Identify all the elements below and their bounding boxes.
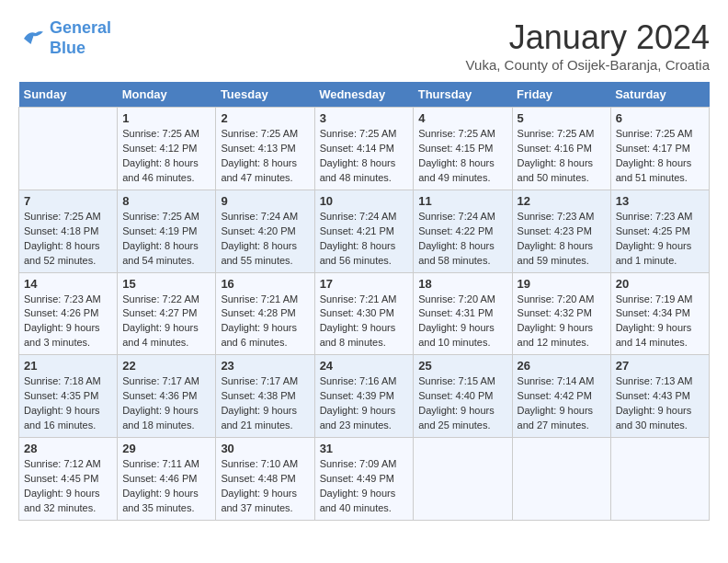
calendar-cell: 20Sunrise: 7:19 AMSunset: 4:34 PMDayligh… — [610, 272, 709, 355]
title-area: January 2024 Vuka, County of Osijek-Bara… — [466, 18, 710, 73]
day-number: 22 — [122, 359, 210, 373]
day-number: 12 — [518, 194, 606, 208]
day-number: 10 — [320, 194, 409, 208]
day-number: 13 — [616, 194, 704, 208]
calendar-cell: 1Sunrise: 7:25 AMSunset: 4:12 PMDaylight… — [118, 108, 216, 190]
calendar-cell: 5Sunrise: 7:25 AMSunset: 4:16 PMDaylight… — [512, 108, 610, 190]
page-header: General Blue January 2024 Vuka, County o… — [18, 18, 710, 73]
day-number: 27 — [616, 359, 704, 373]
logo-line1: General — [50, 18, 111, 37]
day-number: 17 — [320, 277, 409, 291]
day-info: Sunrise: 7:25 AMSunset: 4:13 PMDaylight:… — [221, 127, 309, 186]
calendar-cell — [414, 438, 512, 521]
day-info: Sunrise: 7:15 AMSunset: 4:40 PMDaylight:… — [418, 374, 506, 433]
calendar-week-row: 14Sunrise: 7:23 AMSunset: 4:26 PMDayligh… — [19, 272, 710, 355]
day-number: 2 — [221, 111, 309, 125]
calendar-table: SundayMondayTuesdayWednesdayThursdayFrid… — [18, 82, 710, 521]
day-number: 16 — [221, 277, 309, 291]
day-number: 31 — [320, 442, 409, 455]
weekday-header-tuesday: Tuesday — [216, 82, 314, 108]
calendar-cell: 4Sunrise: 7:25 AMSunset: 4:15 PMDaylight… — [414, 108, 512, 190]
day-number: 5 — [518, 111, 606, 125]
weekday-header-row: SundayMondayTuesdayWednesdayThursdayFrid… — [19, 82, 710, 108]
calendar-cell: 17Sunrise: 7:21 AMSunset: 4:30 PMDayligh… — [314, 272, 414, 355]
day-number: 18 — [418, 277, 506, 291]
calendar-cell: 19Sunrise: 7:20 AMSunset: 4:32 PMDayligh… — [512, 272, 610, 355]
calendar-week-row: 21Sunrise: 7:18 AMSunset: 4:35 PMDayligh… — [19, 355, 710, 438]
day-info: Sunrise: 7:17 AMSunset: 4:36 PMDaylight:… — [122, 374, 210, 433]
weekday-header-friday: Friday — [512, 82, 610, 108]
day-info: Sunrise: 7:21 AMSunset: 4:30 PMDaylight:… — [320, 293, 409, 351]
calendar-week-row: 28Sunrise: 7:12 AMSunset: 4:45 PMDayligh… — [19, 438, 710, 521]
day-number: 8 — [122, 194, 210, 208]
calendar-cell: 21Sunrise: 7:18 AMSunset: 4:35 PMDayligh… — [19, 355, 118, 438]
day-number: 29 — [122, 442, 210, 455]
day-number: 30 — [221, 442, 309, 455]
calendar-week-row: 1Sunrise: 7:25 AMSunset: 4:12 PMDaylight… — [19, 108, 710, 190]
day-number: 28 — [24, 442, 112, 455]
weekday-header-wednesday: Wednesday — [314, 82, 414, 108]
calendar-cell — [19, 108, 118, 190]
calendar-cell: 29Sunrise: 7:11 AMSunset: 4:46 PMDayligh… — [118, 438, 216, 521]
day-number: 20 — [616, 277, 704, 291]
calendar-cell: 8Sunrise: 7:25 AMSunset: 4:19 PMDaylight… — [118, 190, 216, 272]
day-info: Sunrise: 7:23 AMSunset: 4:23 PMDaylight:… — [518, 210, 606, 269]
day-info: Sunrise: 7:24 AMSunset: 4:20 PMDaylight:… — [221, 210, 309, 269]
day-number: 3 — [320, 111, 409, 125]
day-info: Sunrise: 7:10 AMSunset: 4:48 PMDaylight:… — [221, 457, 309, 516]
day-info: Sunrise: 7:25 AMSunset: 4:15 PMDaylight:… — [418, 127, 506, 186]
day-info: Sunrise: 7:12 AMSunset: 4:45 PMDaylight:… — [24, 457, 112, 516]
day-number: 14 — [24, 277, 112, 291]
calendar-cell: 23Sunrise: 7:17 AMSunset: 4:38 PMDayligh… — [216, 355, 314, 438]
day-info: Sunrise: 7:25 AMSunset: 4:16 PMDaylight:… — [518, 127, 606, 186]
calendar-cell: 10Sunrise: 7:24 AMSunset: 4:21 PMDayligh… — [314, 190, 414, 272]
calendar-cell: 9Sunrise: 7:24 AMSunset: 4:20 PMDaylight… — [216, 190, 314, 272]
calendar-cell: 25Sunrise: 7:15 AMSunset: 4:40 PMDayligh… — [414, 355, 512, 438]
day-info: Sunrise: 7:09 AMSunset: 4:49 PMDaylight:… — [320, 457, 409, 516]
calendar-cell: 11Sunrise: 7:24 AMSunset: 4:22 PMDayligh… — [414, 190, 512, 272]
weekday-header-thursday: Thursday — [414, 82, 512, 108]
day-info: Sunrise: 7:25 AMSunset: 4:14 PMDaylight:… — [320, 127, 409, 186]
logo-text: General Blue — [50, 18, 111, 58]
calendar-cell: 24Sunrise: 7:16 AMSunset: 4:39 PMDayligh… — [314, 355, 414, 438]
logo-line2: Blue — [50, 39, 85, 57]
calendar-cell: 12Sunrise: 7:23 AMSunset: 4:23 PMDayligh… — [512, 190, 610, 272]
day-number: 24 — [320, 359, 409, 373]
calendar-cell: 27Sunrise: 7:13 AMSunset: 4:43 PMDayligh… — [610, 355, 709, 438]
day-number: 15 — [122, 277, 210, 291]
calendar-cell: 15Sunrise: 7:22 AMSunset: 4:27 PMDayligh… — [118, 272, 216, 355]
day-number: 23 — [221, 359, 309, 373]
day-info: Sunrise: 7:25 AMSunset: 4:19 PMDaylight:… — [122, 210, 210, 269]
calendar-cell: 22Sunrise: 7:17 AMSunset: 4:36 PMDayligh… — [118, 355, 216, 438]
calendar-cell: 16Sunrise: 7:21 AMSunset: 4:28 PMDayligh… — [216, 272, 314, 355]
day-info: Sunrise: 7:24 AMSunset: 4:21 PMDaylight:… — [320, 210, 409, 269]
day-number: 21 — [24, 359, 112, 373]
logo: General Blue — [18, 18, 111, 58]
day-info: Sunrise: 7:21 AMSunset: 4:28 PMDaylight:… — [221, 293, 309, 351]
calendar-cell: 13Sunrise: 7:23 AMSunset: 4:25 PMDayligh… — [610, 190, 709, 272]
day-number: 6 — [616, 111, 704, 125]
calendar-cell: 18Sunrise: 7:20 AMSunset: 4:31 PMDayligh… — [414, 272, 512, 355]
weekday-header-sunday: Sunday — [19, 82, 118, 108]
day-number: 11 — [418, 194, 506, 208]
logo-icon — [18, 25, 46, 52]
day-info: Sunrise: 7:25 AMSunset: 4:18 PMDaylight:… — [24, 210, 112, 269]
day-number: 26 — [518, 359, 606, 373]
calendar-cell: 31Sunrise: 7:09 AMSunset: 4:49 PMDayligh… — [314, 438, 414, 521]
day-number: 4 — [418, 111, 506, 125]
day-info: Sunrise: 7:25 AMSunset: 4:12 PMDaylight:… — [122, 127, 210, 186]
calendar-cell: 14Sunrise: 7:23 AMSunset: 4:26 PMDayligh… — [19, 272, 118, 355]
day-number: 7 — [24, 194, 112, 208]
calendar-cell: 7Sunrise: 7:25 AMSunset: 4:18 PMDaylight… — [19, 190, 118, 272]
day-info: Sunrise: 7:18 AMSunset: 4:35 PMDaylight:… — [24, 374, 112, 433]
calendar-cell: 28Sunrise: 7:12 AMSunset: 4:45 PMDayligh… — [19, 438, 118, 521]
day-info: Sunrise: 7:19 AMSunset: 4:34 PMDaylight:… — [616, 293, 704, 351]
day-info: Sunrise: 7:20 AMSunset: 4:32 PMDaylight:… — [518, 293, 606, 351]
calendar-cell: 30Sunrise: 7:10 AMSunset: 4:48 PMDayligh… — [216, 438, 314, 521]
day-number: 19 — [518, 277, 606, 291]
day-info: Sunrise: 7:23 AMSunset: 4:25 PMDaylight:… — [616, 210, 704, 269]
day-number: 1 — [122, 111, 210, 125]
day-info: Sunrise: 7:23 AMSunset: 4:26 PMDaylight:… — [24, 293, 112, 351]
day-info: Sunrise: 7:24 AMSunset: 4:22 PMDaylight:… — [418, 210, 506, 269]
calendar-cell — [512, 438, 610, 521]
